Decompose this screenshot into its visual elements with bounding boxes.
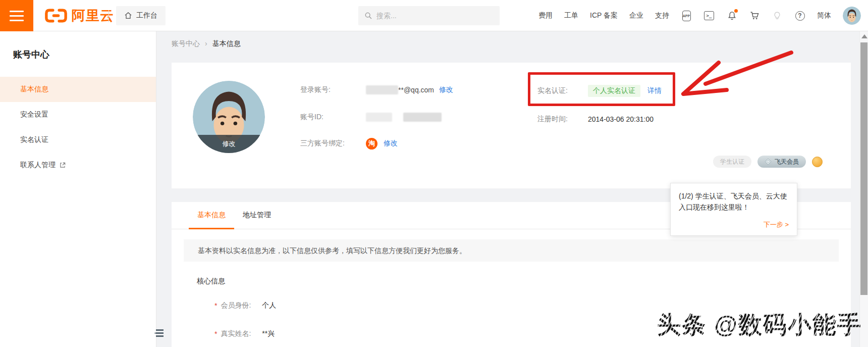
student-verification-badge[interactable]: 学生认证 <box>713 156 751 168</box>
breadcrumb-current: 基本信息 <box>212 39 241 48</box>
external-link-icon <box>59 162 66 169</box>
aliyun-logo-icon <box>44 8 68 23</box>
breadcrumb-separator: › <box>205 39 207 48</box>
register-time-row: 注册时间: 2014-03-06 20:31:00 <box>537 113 654 125</box>
hamburger-menu-button[interactable] <box>0 0 33 31</box>
register-time-value: 2014-03-06 20:31:00 <box>588 115 654 123</box>
account-id-row: 账号ID: <box>300 111 442 123</box>
member-identity-value: 个人 <box>262 301 276 310</box>
sidebar-item-contact-management[interactable]: 联系人管理 <box>0 153 156 178</box>
realname-verification-row: 实名认证: 个人实名认证 详情 <box>537 85 662 97</box>
home-icon <box>124 12 132 20</box>
level-coin-icon[interactable] <box>812 157 823 167</box>
help-icon[interactable]: ? <box>794 10 805 21</box>
scrollbar-up-arrow-icon[interactable] <box>861 34 867 38</box>
account-id-label: 账号ID: <box>300 113 366 122</box>
core-info-section-title: 核心信息 <box>197 277 851 286</box>
workbench-button[interactable]: 工作台 <box>116 6 166 25</box>
realname-detail-link[interactable]: 详情 <box>647 86 662 95</box>
realname-label: 实名认证: <box>537 86 588 95</box>
avatar-edit-button[interactable]: 修改 <box>193 135 265 153</box>
page-scrollbar[interactable] <box>859 31 868 347</box>
login-account-value: **@qq.com <box>398 86 434 94</box>
top-navigation-bar: 阿里云 工作台 费用 工单 ICP 备案 企业 支持 APP <box>0 0 868 31</box>
guide-tooltip: (1/2) 学生认证、飞天会员、云大使入口现在移到这里啦！ 下一步 > <box>670 183 797 236</box>
watermark-text: 头条 @数码小能手 <box>657 309 862 341</box>
hamburger-icon <box>10 11 24 12</box>
third-party-binding-row: 三方账号绑定: 淘 修改 <box>300 137 398 150</box>
topnav-item-tickets[interactable]: 工单 <box>564 11 578 20</box>
notification-dot <box>734 9 738 13</box>
third-party-binding-label: 三方账号绑定: <box>300 139 366 148</box>
redacted-block <box>366 85 398 94</box>
topnav-item-billing[interactable]: 费用 <box>538 11 553 20</box>
workbench-label: 工作台 <box>136 11 157 20</box>
info-notice-bar: 基本资料以实名信息为准，以下信息仅供参考，填写以下信息方便我们更好为您服务。 <box>184 239 839 262</box>
language-switch[interactable]: 简体 <box>817 11 831 20</box>
user-avatar[interactable] <box>843 7 861 25</box>
scrollbar-thumb[interactable] <box>860 42 867 295</box>
sidebar-item-security-settings[interactable]: 安全设置 <box>0 102 156 127</box>
tab-address-management[interactable]: 地址管理 <box>234 202 280 229</box>
register-time-label: 注册时间: <box>537 115 588 124</box>
membership-badges: 学生认证 飞天会员 <box>713 156 823 168</box>
guide-tooltip-message: (1/2) 学生认证、飞天会员、云大使入口现在移到这里啦！ <box>679 190 789 213</box>
sidebar: 账号中心 基本信息 安全设置 实名认证 联系人管理 <box>0 31 156 347</box>
avatar-face-icon <box>843 7 861 25</box>
tab-basic-info[interactable]: 基本信息 <box>189 202 234 229</box>
member-identity-label: 会员身份: <box>221 301 251 310</box>
diamond-icon <box>765 158 772 165</box>
sidebar-item-realname-verification[interactable]: 实名认证 <box>0 127 156 153</box>
breadcrumb-root[interactable]: 账号中心 <box>172 39 200 48</box>
topnav-item-support[interactable]: 支持 <box>655 11 669 20</box>
required-asterisk: * <box>214 302 217 310</box>
guide-next-button[interactable]: 下一步 > <box>679 220 789 229</box>
sidebar-item-basic-info[interactable]: 基本信息 <box>0 77 156 102</box>
cart-icon[interactable] <box>749 10 760 21</box>
sidebar-collapse-handle[interactable] <box>151 329 164 337</box>
global-search <box>358 6 500 25</box>
topnav-item-icp[interactable]: ICP 备案 <box>590 11 618 20</box>
app-icon[interactable]: APP <box>681 10 692 21</box>
profile-card: 修改 登录账号: **@qq.com 修改 账号ID: 三方账号绑定: 淘 修改… <box>172 63 851 188</box>
login-edit-link[interactable]: 修改 <box>439 85 453 94</box>
taobao-icon[interactable]: 淘 <box>366 138 377 150</box>
login-account-row: 登录账号: **@qq.com 修改 <box>300 84 453 96</box>
console-terminal-icon[interactable]: >_ <box>703 10 715 21</box>
sidebar-title: 账号中心 <box>13 48 156 61</box>
real-name-value: **兴 <box>262 329 275 338</box>
redacted-block <box>403 113 442 122</box>
required-asterisk: * <box>214 330 217 338</box>
real-name-label: 真实姓名: <box>221 329 251 338</box>
search-icon <box>364 12 372 20</box>
lightbulb-icon[interactable] <box>772 10 783 21</box>
notifications-bell-icon[interactable] <box>726 10 737 21</box>
topnav-item-enterprise[interactable]: 企业 <box>629 11 643 20</box>
aliyun-logo[interactable]: 阿里云 <box>44 0 114 31</box>
collapse-arrow-icon <box>154 332 164 334</box>
search-input[interactable] <box>376 12 494 20</box>
aliyun-logo-text: 阿里云 <box>72 7 114 25</box>
topnav-menu: 费用 工单 ICP 备案 企业 支持 APP >_ <box>538 0 861 31</box>
redacted-block <box>366 113 392 122</box>
profile-avatar[interactable]: 修改 <box>193 81 265 153</box>
divider <box>108 10 109 22</box>
page: 阿里云 工作台 费用 工单 ICP 备案 企业 支持 APP <box>0 0 868 347</box>
breadcrumb: 账号中心 › 基本信息 <box>172 39 241 48</box>
binding-edit-link[interactable]: 修改 <box>384 139 398 148</box>
realname-status-badge: 个人实名认证 <box>588 85 640 97</box>
login-account-label: 登录账号: <box>300 85 366 94</box>
feitian-member-badge[interactable]: 飞天会员 <box>757 156 806 168</box>
